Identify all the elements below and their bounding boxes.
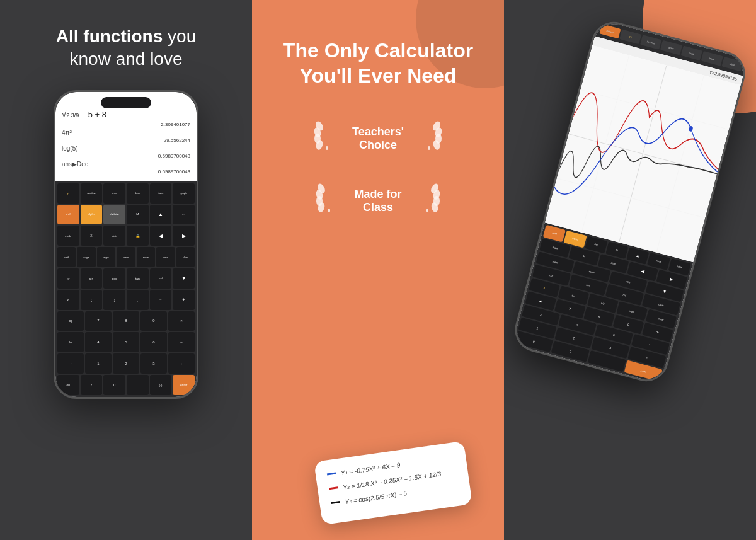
btn-log[interactable]: log — [57, 311, 84, 331]
btn-vars[interactable]: vars — [156, 247, 175, 267]
calc-row-3: math angle apps mem solve vars clear — [57, 247, 195, 267]
calc-row-8: → 1 2 3 ÷ — [57, 353, 195, 374]
btn-nid[interactable]: n/d — [150, 268, 172, 289]
btn-3[interactable]: 3 — [140, 353, 167, 374]
btn-power[interactable]: ^ — [150, 290, 172, 310]
btn-5[interactable]: 5 — [113, 332, 139, 352]
svg-point-26 — [689, 125, 694, 132]
svg-rect-14 — [328, 209, 330, 212]
btn-back[interactable]: ↩ — [173, 205, 195, 225]
btn-anim[interactable]: anim — [103, 183, 125, 204]
topbar-btn-trace2[interactable]: trace — [701, 51, 723, 66]
btn-sin[interactable]: sin — [81, 268, 103, 289]
calc-row-2: mode X stats 🔒 ◀ ▶ — [57, 226, 195, 246]
calc-row-4: x² sin cos tan n/d ▼ — [57, 268, 195, 289]
btn-y1[interactable]: y¹ — [57, 183, 79, 204]
btn-tan[interactable]: tan — [127, 268, 149, 289]
svg-rect-19 — [426, 209, 428, 212]
btn-left[interactable]: ◀ — [150, 226, 172, 246]
btn-mode[interactable]: mode — [57, 226, 79, 246]
btn-minus[interactable]: – — [168, 332, 195, 352]
svg-rect-9 — [428, 146, 430, 150]
svg-line-22 — [580, 89, 729, 129]
svg-rect-4 — [326, 146, 328, 150]
calc-expr-3: ans▶Dec — [62, 161, 190, 168]
btn-math[interactable]: math — [57, 247, 76, 267]
btn-6[interactable]: 6 — [140, 332, 167, 352]
topbar-btn-anim2[interactable]: anim — [660, 40, 682, 55]
btn-neg[interactable]: (-) — [150, 375, 172, 395]
btn-apps[interactable]: apps — [97, 247, 115, 267]
calc-row-5: x' ( ) , ^ + — [57, 290, 195, 310]
btn-0[interactable]: 0 — [103, 375, 125, 395]
btn-1[interactable]: 1 — [85, 353, 112, 374]
calc-result-3: 0.6989700043 — [62, 169, 190, 175]
calc-row-6: log 7 8 9 × — [57, 311, 195, 331]
btn-right[interactable]: ▶ — [173, 226, 195, 246]
panel-left: All functions youknow and love √2 3/9 – … — [0, 0, 252, 540]
btn-clear[interactable]: clear — [176, 247, 195, 267]
graph-svg — [545, 45, 741, 262]
btn-x2[interactable]: x² — [57, 268, 79, 289]
btn-2[interactable]: 2 — [113, 353, 139, 374]
btn-alpha[interactable]: alpha — [81, 205, 103, 225]
btn-divide[interactable]: ÷ — [168, 353, 195, 374]
btn-solve[interactable]: solve — [137, 247, 155, 267]
calc-result-2: 0.6989700043 — [62, 153, 190, 159]
calc-row-shift: shift alpha delete M ▲ ↩ — [57, 205, 195, 225]
eq3-color-dot — [331, 501, 340, 504]
btn-arrow[interactable]: → — [57, 353, 84, 374]
panel-left-heading: All functions youknow and love — [37, 25, 215, 71]
btn-x-var[interactable]: x' — [57, 290, 79, 310]
badge-label-1: Teachers' Choice — [352, 125, 404, 152]
btn-graph[interactable]: graph — [173, 183, 195, 204]
phone-notch — [101, 97, 151, 108]
phone-screen-right: default Y2 Format anim draw trace table … — [512, 20, 748, 384]
btn-4[interactable]: 4 — [85, 332, 112, 352]
btn-7[interactable]: 7 — [85, 311, 112, 331]
btn-plus[interactable]: + — [173, 290, 195, 310]
topbar-btn-default[interactable]: default — [599, 24, 621, 39]
btn-cos[interactable]: cos — [103, 268, 125, 289]
calc-result-0: 2.309401077 — [62, 122, 190, 127]
btn-comma[interactable]: , — [127, 290, 149, 310]
topbar-btn-draw2[interactable]: draw — [680, 45, 702, 60]
btn-multiply[interactable]: × — [168, 311, 195, 331]
btn-trace[interactable]: trace — [150, 183, 172, 204]
btn-7b[interactable]: 7 — [81, 375, 103, 395]
calc-expr-1: 4π² — [62, 129, 190, 136]
btn-mem[interactable]: mem — [117, 247, 135, 267]
btn-on[interactable]: on — [57, 375, 79, 395]
topbar-btn-y2[interactable]: Y2 — [620, 30, 641, 45]
btn-angle[interactable]: angle — [77, 247, 95, 267]
btn-m[interactable]: M — [127, 205, 149, 225]
btn-down[interactable]: ▼ — [173, 268, 195, 289]
laurel-left-2 — [316, 182, 341, 219]
btn-up[interactable]: ▲ — [150, 205, 172, 225]
btn-open-paren[interactable]: ( — [81, 290, 103, 310]
btn-dot[interactable]: . — [127, 375, 149, 395]
calc-result-1: 29.5562244 — [62, 137, 190, 143]
btn-8[interactable]: 8 — [113, 311, 139, 331]
laurel-right-1 — [416, 120, 442, 157]
btn-shift[interactable]: shift — [57, 205, 79, 225]
btn-close-paren[interactable]: ) — [103, 290, 125, 310]
btn-draw[interactable]: draw — [127, 183, 149, 204]
btn-window[interactable]: window — [81, 183, 103, 204]
eq3-formula: Y₃ = cos(2.5/5 πX) – 5 — [344, 488, 407, 507]
btn-x[interactable]: X — [81, 226, 103, 246]
laurel-right-2 — [415, 182, 440, 219]
eq2-color-dot — [329, 486, 338, 490]
btn-ln[interactable]: ln — [57, 332, 84, 352]
btn-enter[interactable]: enter — [173, 375, 195, 395]
calc-row-9: on 7 0 . (-) enter — [57, 375, 195, 395]
btn-stats[interactable]: stats — [103, 226, 125, 246]
btn-lock[interactable]: 🔒 — [127, 226, 149, 246]
panel-center-title: The Only Calculator You'll Ever Need — [283, 38, 473, 88]
badge-row-2: Made for Class — [316, 182, 439, 219]
topbar-btn-table[interactable]: table — [721, 57, 743, 72]
topbar-btn-format[interactable]: Format — [640, 35, 662, 50]
btn-delete[interactable]: delete — [103, 205, 125, 225]
btn-9[interactable]: 9 — [140, 311, 167, 331]
panel-right: default Y2 Format anim draw trace table … — [504, 0, 756, 540]
